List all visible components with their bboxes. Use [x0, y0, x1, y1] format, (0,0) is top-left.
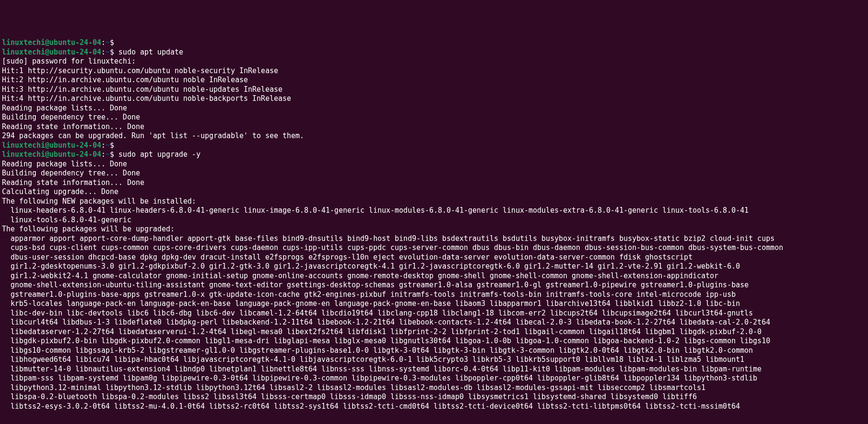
prompt-user-host: linuxtechi@ubuntu-24-04 [2, 141, 101, 150]
output-indented-line: libhogweed6t64 libicu74 libipa-hbac0t64 … [2, 355, 866, 365]
output-line: Building dependency tree... Done [2, 113, 866, 122]
output-line: Calculating upgrade... Done [2, 187, 866, 197]
command-text: sudo apt update [119, 48, 183, 56]
output-indented-line: libcurl4t64 libdbus-1-3 libdeflate0 libd… [2, 318, 866, 327]
prompt-path: ~ [106, 150, 110, 159]
output-line: Reading state information... Done [2, 178, 866, 188]
prompt-user-host: linuxtechi@ubuntu-24-04 [2, 48, 101, 56]
prompt-separator: : [101, 48, 106, 56]
output-indented-line: libmutter-14-0 libnautilus-extension4 li… [2, 365, 866, 374]
output-line: The following NEW packages will be insta… [2, 197, 866, 207]
prompt-path: ~ [106, 141, 110, 150]
terminal-window[interactable]: linuxtechi@ubuntu-24-04:~$ linuxtechi@ub… [2, 38, 866, 411]
prompt-symbol: $ [110, 48, 114, 56]
output-indented-line: libpython3.12-minimal libpython3.12-stdl… [2, 383, 866, 393]
output-line: 294 packages can be upgraded. Run 'apt l… [2, 131, 866, 141]
output-indented-line: gstreamer1.0-plugins-base-apps gstreamer… [2, 290, 866, 300]
output-line: Hit:2 http://in.archive.ubuntu.com/ubunt… [2, 76, 866, 85]
terminal-line: linuxtechi@ubuntu-24-04:~$ [2, 141, 866, 151]
prompt-user-host: linuxtechi@ubuntu-24-04 [2, 150, 101, 159]
terminal-line: linuxtechi@ubuntu-24-04:~$ sudo apt upgr… [2, 150, 866, 160]
output-indented-line: gnome-shell-extension-ubuntu-tiling-assi… [2, 281, 866, 290]
output-indented-line: libgdk-pixbuf2.0-bin libgdk-pixbuf2.0-co… [2, 337, 866, 346]
prompt-symbol: $ [110, 150, 114, 159]
output-line: Hit:4 http://in.archive.ubuntu.com/ubunt… [2, 94, 866, 104]
output-line: Hit:1 http://security.ubuntu.com/ubuntu … [2, 66, 866, 76]
output-indented-line: libgs10-common libgssapi-krb5-2 libgstre… [2, 346, 866, 356]
output-indented-line: libpam-sss libpam-systemd libpam0g libpi… [2, 374, 866, 383]
output-indented-line: gir1.2-gdesktopenums-3.0 gir1.2-gdkpixbu… [2, 262, 866, 272]
prompt-separator: : [101, 38, 106, 47]
output-indented-line: apparmor apport apport-core-dump-handler… [2, 234, 866, 244]
output-line: Reading package lists... Done [2, 160, 866, 169]
prompt-path: ~ [106, 38, 110, 47]
output-indented-line: dbus-user-session dhcpcd-base dpkg dpkg-… [2, 253, 866, 262]
terminal-line: linuxtechi@ubuntu-24-04:~$ sudo apt upda… [2, 48, 866, 57]
output-line: Reading package lists... Done [2, 104, 866, 113]
output-indented-line: linux-headers-6.8.0-41 linux-headers-6.8… [2, 206, 866, 216]
output-indented-line: gir1.2-webkit2-4.1 gnome-calculator gnom… [2, 272, 866, 281]
output-line: The following packages will be upgraded: [2, 225, 866, 234]
output-indented-line: cups-bsd cups-client cups-common cups-co… [2, 243, 866, 253]
output-indented-line: libedataserver-1.2-27t64 libedataserveru… [2, 327, 866, 337]
prompt-separator: : [101, 150, 106, 159]
output-line: Building dependency tree... Done [2, 169, 866, 178]
output-indented-line: libtss2-esys-3.0.2-0t64 libtss2-mu-4.0.1… [2, 402, 866, 412]
output-indented-line: krb5-locales language-pack-en language-p… [2, 299, 866, 309]
output-indented-line: libc-dev-bin libc-devtools libc6 libc6-d… [2, 309, 866, 318]
prompt-path: ~ [106, 48, 110, 56]
prompt-user-host: linuxtechi@ubuntu-24-04 [2, 38, 101, 47]
output-line: [sudo] password for linuxtechi: [2, 57, 866, 66]
terminal-line: linuxtechi@ubuntu-24-04:~$ [2, 38, 866, 48]
prompt-symbol: $ [110, 38, 114, 47]
prompt-symbol: $ [110, 141, 114, 150]
output-indented-line: libspa-0.2-bluetooth libspa-0.2-modules … [2, 392, 866, 402]
command-text: sudo apt upgrade -y [119, 150, 201, 159]
output-line: Hit:3 http://in.archive.ubuntu.com/ubunt… [2, 85, 866, 95]
output-line: Reading state information... Done [2, 122, 866, 132]
prompt-separator: : [101, 141, 106, 150]
output-indented-line: linux-tools-6.8.0-41-generic [2, 216, 866, 225]
